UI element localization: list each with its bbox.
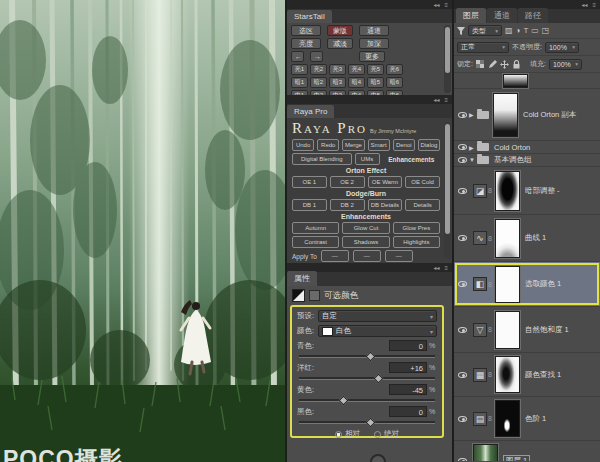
- merge-button[interactable]: Merge: [342, 139, 364, 151]
- starstail-button[interactable]: 减淡: [327, 38, 353, 49]
- layer-name[interactable]: 暗部调整 -: [525, 186, 560, 196]
- layer-name[interactable]: 颜色查找 1: [525, 370, 561, 380]
- layer-name[interactable]: 选取颜色 1: [525, 279, 561, 289]
- details-button[interactable]: Details: [405, 199, 440, 211]
- starstail-button[interactable]: 加深: [359, 38, 389, 49]
- mask-thumbnail[interactable]: [493, 93, 518, 137]
- eye-icon[interactable]: [458, 112, 467, 118]
- mask-button[interactable]: 暗3: [329, 77, 346, 88]
- autumn-button[interactable]: Autumn: [292, 222, 339, 234]
- filter-smart-icon[interactable]: ◳: [542, 27, 550, 35]
- lock-pixels-icon[interactable]: [488, 60, 497, 69]
- exposure-adjustment-icon[interactable]: ◪: [473, 184, 487, 198]
- expand-triangle-icon[interactable]: ▶: [469, 111, 477, 118]
- eye-icon[interactable]: [458, 416, 467, 422]
- eye-icon[interactable]: [458, 144, 467, 150]
- panel-collapse-icon[interactable]: ◂◂: [433, 2, 439, 8]
- db-details-button[interactable]: DB Details: [368, 199, 403, 211]
- starstail-button[interactable]: 亮度: [291, 38, 321, 49]
- tab-rayapro[interactable]: Raya Pro: [287, 105, 334, 118]
- starstail-button[interactable]: 选区: [291, 25, 321, 36]
- absolute-radio[interactable]: 绝对: [374, 429, 399, 439]
- panel-menu-icon[interactable]: ≡: [592, 2, 596, 8]
- starstail-next-button[interactable]: →: [310, 51, 323, 62]
- mask-thumbnail[interactable]: [495, 219, 520, 258]
- layer-row-adjustment[interactable]: ▤ 8 色阶 1: [454, 397, 600, 441]
- mask-button[interactable]: 亮3: [329, 64, 346, 75]
- mask-button[interactable]: 暗6: [386, 77, 403, 88]
- fill-dropdown[interactable]: 100%▾: [549, 59, 582, 70]
- tab-starstail[interactable]: StarsTail: [287, 10, 332, 23]
- panel-collapse-icon[interactable]: ◂◂: [581, 2, 587, 8]
- levels-adjustment-icon[interactable]: ▤: [473, 412, 487, 426]
- mask-thumbnail[interactable]: [495, 266, 520, 303]
- curves-adjustment-icon[interactable]: ∿: [473, 231, 487, 245]
- filter-type-dropdown[interactable]: 类型▾: [468, 25, 502, 36]
- mask-thumbnail[interactable]: [495, 400, 520, 437]
- tab-paths[interactable]: 路径: [518, 8, 548, 23]
- filter-type-icon[interactable]: T: [523, 27, 528, 35]
- starstail-button[interactable]: 蒙版: [327, 25, 353, 36]
- panel-menu-icon[interactable]: ≡: [444, 2, 448, 8]
- shadows-button[interactable]: Shadows: [342, 236, 389, 248]
- apply-target-button[interactable]: —: [385, 250, 413, 262]
- eye-icon[interactable]: [458, 235, 467, 241]
- layer-row-group[interactable]: ▼ 基本调色组: [454, 154, 600, 167]
- mask-button[interactable]: 暗1: [291, 77, 308, 88]
- mask-button[interactable]: 暗4: [348, 77, 365, 88]
- layer-thumbnail[interactable]: [473, 444, 498, 462]
- highlights-button[interactable]: Highlights: [393, 236, 440, 248]
- vibrance-adjustment-icon[interactable]: ▽: [473, 323, 487, 337]
- magenta-slider[interactable]: [299, 374, 435, 382]
- magenta-value[interactable]: +16: [389, 362, 427, 373]
- oe-cold-button[interactable]: OE Cold: [405, 176, 440, 188]
- mask-thumbnail[interactable]: [495, 171, 520, 211]
- layer-name[interactable]: Cold Orton 副本: [523, 110, 576, 120]
- panel-menu-icon[interactable]: ≡: [444, 265, 448, 271]
- layer-row-group[interactable]: ▶ Cold Orton: [454, 141, 600, 154]
- oe-warm-button[interactable]: OE Warm: [368, 176, 403, 188]
- smart-button[interactable]: Smart: [368, 139, 390, 151]
- layer-row-group[interactable]: ▶ Cold Orton 副本: [454, 89, 600, 141]
- black-value[interactable]: 0: [389, 406, 427, 417]
- mask-button[interactable]: 亮6: [386, 64, 403, 75]
- mask-thumbnail[interactable]: [503, 74, 528, 88]
- eye-icon[interactable]: [458, 281, 467, 287]
- panel-collapse-icon[interactable]: ◂◂: [433, 265, 439, 271]
- tab-properties[interactable]: 属性: [287, 271, 317, 286]
- eye-icon[interactable]: [458, 458, 467, 462]
- panel-menu-icon[interactable]: ≡: [444, 97, 448, 103]
- layer-row-selective-color-selected[interactable]: ◧ 8 选取颜色 1: [454, 262, 600, 307]
- starstail-prev-button[interactable]: ←: [291, 51, 304, 62]
- mask-thumbnail[interactable]: [495, 356, 520, 393]
- eye-icon[interactable]: [458, 372, 467, 378]
- digital-blending-button[interactable]: Digital Blending: [292, 153, 352, 165]
- eye-icon[interactable]: [458, 188, 467, 194]
- mask-thumbnail[interactable]: [495, 311, 520, 349]
- layer-name[interactable]: Cold Orton: [494, 143, 530, 152]
- contrast-button[interactable]: Contrast: [292, 236, 339, 248]
- lock-transparency-icon[interactable]: [476, 60, 485, 69]
- oe1-button[interactable]: OE 1: [292, 176, 327, 188]
- scrollbar[interactable]: [444, 122, 451, 258]
- denoise-button[interactable]: Denoi: [393, 139, 415, 151]
- opacity-dropdown[interactable]: 100%▾: [545, 42, 579, 53]
- db1-button[interactable]: DB 1: [292, 199, 327, 211]
- layer-row-partial[interactable]: [454, 73, 600, 89]
- eye-icon[interactable]: [458, 157, 467, 163]
- undo-button[interactable]: Undo: [292, 139, 314, 151]
- layer-row-adjustment[interactable]: ∿ 8 曲线 1: [454, 215, 600, 262]
- apply-target-button[interactable]: —: [321, 250, 349, 262]
- apply-target-button[interactable]: —: [353, 250, 381, 262]
- expand-triangle-icon[interactable]: ▶: [469, 144, 477, 151]
- preset-dropdown[interactable]: 自定▾: [318, 310, 437, 322]
- color-lookup-adjustment-icon[interactable]: ▦: [473, 368, 487, 382]
- filter-pixel-icon[interactable]: ▨: [505, 27, 513, 35]
- cyan-value[interactable]: 0: [389, 340, 427, 351]
- expand-triangle-icon[interactable]: ▼: [469, 157, 477, 163]
- glow-pres-button[interactable]: Glow Pres: [393, 222, 440, 234]
- mask-button[interactable]: 亮2: [310, 64, 327, 75]
- layer-name[interactable]: 色阶 1: [525, 414, 546, 424]
- dialog-button[interactable]: Dialog: [418, 139, 440, 151]
- starstail-more-button[interactable]: 更多: [359, 51, 385, 62]
